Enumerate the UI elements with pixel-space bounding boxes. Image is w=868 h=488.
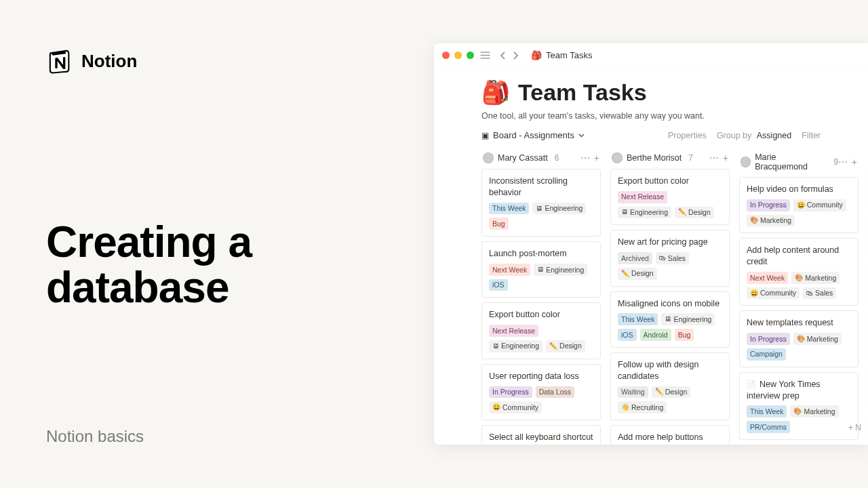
board-card[interactable]: New templates requestIn Progress🎨Marketi… (739, 310, 859, 367)
board-card[interactable]: Misaligned icons on mobileThis Week🖥Engi… (610, 291, 730, 348)
board-card[interactable]: Follow up with design candidatesWaiting✏… (610, 352, 730, 420)
tag-row: This Week🎨MarketingPR/Comms (747, 405, 851, 432)
board-column: Berthe Morisot7⋯+Export button colorNext… (610, 150, 730, 445)
column-add-icon[interactable]: + (723, 152, 728, 163)
board-card[interactable]: Add more help buttonsNext Release🖥Engine… (610, 425, 730, 445)
page-title[interactable]: Team Tasks (518, 79, 647, 106)
view-selector[interactable]: ▣ Board - Assignments (481, 130, 585, 140)
tag-data-loss: Data Loss (536, 386, 574, 399)
card-title: New templates request (747, 317, 851, 329)
tag-design: ✏️Design (618, 268, 657, 280)
tag-emoji-icon: 😀 (797, 201, 805, 210)
board-card[interactable]: New York Times interview prepThis Week🎨M… (739, 372, 859, 440)
tag-emoji-icon: 🖥 (665, 314, 671, 324)
page-subtitle: One tool, all your team's tasks, viewabl… (481, 111, 821, 121)
filter-button[interactable]: Filter (802, 131, 821, 140)
tag-row: This Week🖥EngineeringiOSAndroidBug (618, 313, 722, 340)
column-user-name: Mary Cassatt (498, 153, 548, 163)
board-card[interactable]: Export button colorNext Release🖥Engineer… (610, 169, 730, 225)
tag-recruiting: 👋Recruiting (618, 401, 667, 413)
column-header: Mary Cassatt6⋯+ (481, 150, 601, 169)
column-user[interactable]: Mary Cassatt6 (483, 152, 559, 163)
nav-back-icon[interactable] (499, 52, 507, 60)
board-card[interactable]: Help video on formulasIn Progress😀Commun… (739, 177, 859, 233)
tag-emoji-icon: 👋 (621, 403, 629, 412)
tag-android: Android (640, 329, 671, 341)
breadcrumb-emoji-icon: 🎒 (531, 50, 542, 60)
tag-engineering: 🖥Engineering (532, 203, 586, 215)
tag-engineering: 🖥Engineering (489, 340, 542, 352)
nav-forward-icon[interactable] (511, 52, 519, 60)
avatar (741, 157, 751, 167)
tag-ios: iOS (618, 329, 637, 341)
tag-engineering: 🖥Engineering (618, 207, 671, 219)
slide-footer: Notion basics (46, 427, 144, 446)
card-title: Help video on formulas (747, 184, 851, 195)
tag-community: 😀Community (793, 199, 846, 211)
tag-emoji-icon: 🛍 (806, 289, 813, 298)
sidebar-toggle-icon[interactable] (480, 51, 490, 60)
column-more-icon[interactable]: ⋯ (838, 157, 848, 167)
tag-emoji-icon: ✏️ (655, 387, 663, 396)
tag-emoji-icon: ✏️ (621, 269, 629, 279)
column-add-icon[interactable]: + (594, 152, 599, 163)
tag-row: Next Release🖥Engineering✏️Design (618, 191, 722, 218)
zoom-window-icon[interactable] (467, 52, 474, 59)
board-card[interactable]: Select all keyboard shortcut not working… (481, 425, 601, 445)
page-header: 🎒 Team Tasks One tool, all your team's t… (434, 68, 868, 121)
column-user[interactable]: Berthe Morisot7 (612, 152, 693, 163)
tag-emoji-icon: 😀 (492, 403, 500, 412)
tag-row: Next Week🖥EngineeringiOS (489, 264, 593, 291)
chevron-down-icon (578, 132, 585, 138)
tag-sales: 🛍Sales (803, 287, 836, 300)
tag-pr-comms: PR/Comms (747, 421, 790, 433)
tag-bug: Bug (489, 218, 509, 230)
close-window-icon[interactable] (442, 52, 450, 59)
board-card[interactable]: Launch post-mortemNext Week🖥Engineeringi… (481, 241, 601, 298)
brand-name: Notion (81, 51, 137, 72)
column-user[interactable]: Marie Bracquemond9 (741, 152, 838, 171)
tag-emoji-icon: 😀 (750, 289, 758, 298)
tag-emoji-icon: 🖥 (621, 207, 628, 217)
avatar (612, 152, 623, 163)
tag-next-week: Next Week (747, 272, 788, 284)
new-row-button[interactable]: + N (847, 419, 863, 436)
tag-engineering: 🖥Engineering (661, 313, 715, 325)
group-by-button[interactable]: Group by Assigned (717, 131, 791, 140)
card-title: User reporting data loss (489, 371, 593, 382)
tag-archived: Archived (618, 252, 652, 264)
notion-logo-icon (46, 47, 73, 75)
tag-ios: iOS (489, 279, 508, 291)
minimize-window-icon[interactable] (454, 52, 462, 59)
tag-row: Next Release🖥Engineering✏️Design (489, 325, 593, 352)
column-count: 7 (688, 153, 693, 163)
card-title: Add more help buttons (618, 432, 722, 443)
column-count: 9 (833, 157, 838, 167)
avatar (483, 152, 494, 163)
tag-campaign: Campaign (747, 348, 786, 361)
properties-button[interactable]: Properties (668, 131, 707, 140)
board-card[interactable]: User reporting data lossIn ProgressData … (481, 364, 601, 420)
column-more-icon[interactable]: ⋯ (709, 152, 719, 163)
board-card[interactable]: Add help content around creditNext Week🎨… (739, 238, 859, 306)
tag-in-progress: In Progress (747, 333, 790, 345)
board-card[interactable]: Export button colorNext Release🖥Engineer… (481, 302, 601, 359)
board-card[interactable]: Inconsistent scrolling behaviorThis Week… (481, 169, 601, 237)
tag-next-release: Next Release (489, 325, 538, 337)
tag-marketing: 🎨Marketing (747, 215, 795, 227)
board-view-icon: ▣ (481, 131, 489, 140)
page-emoji-icon[interactable]: 🎒 (481, 79, 510, 106)
tag-row: Waiting✏️Design👋Recruiting (618, 386, 722, 413)
column-more-icon[interactable]: ⋯ (580, 152, 590, 163)
breadcrumb[interactable]: 🎒 Team Tasks (531, 50, 592, 60)
tag-row: In Progress😀Community🎨Marketing (747, 199, 851, 226)
board-card[interactable]: New art for pricing pageArchived🛍Sales✏️… (610, 230, 730, 286)
board-column: Mary Cassatt6⋯+Inconsistent scrolling be… (481, 150, 601, 445)
tag-row: In ProgressData Loss😀Community (489, 386, 593, 413)
tag-emoji-icon: ✏️ (678, 207, 686, 217)
view-actions: Properties Group by Assigned Filter (668, 131, 821, 140)
svg-rect-0 (481, 52, 490, 53)
column-add-icon[interactable]: + (852, 157, 857, 167)
tag-this-week: This Week (489, 203, 529, 215)
card-title: New art for pricing page (618, 237, 722, 248)
